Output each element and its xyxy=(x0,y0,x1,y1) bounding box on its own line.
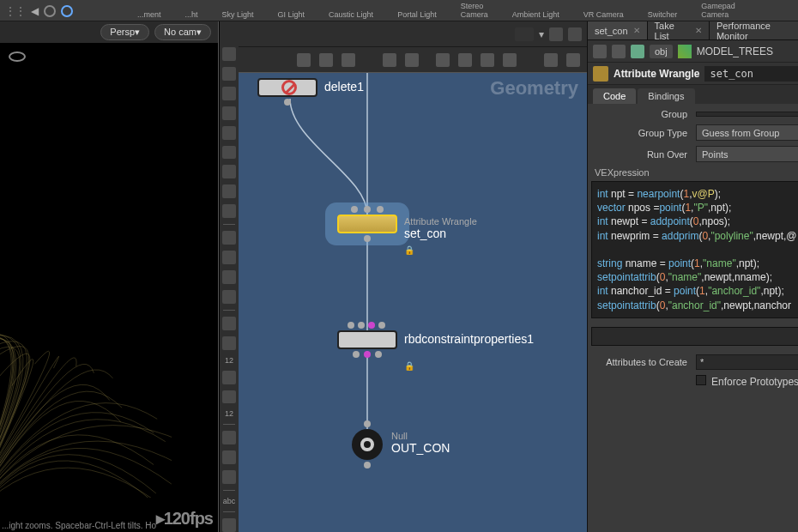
delete-icon xyxy=(281,80,297,95)
tab-label: Take List xyxy=(655,21,690,41)
node-set-con[interactable]: Attribute Wrangle set_con 🔒 xyxy=(337,215,397,233)
parm-tab[interactable]: Bindings xyxy=(638,88,694,104)
zoom-icon[interactable] xyxy=(544,53,558,67)
attrs-input[interactable]: * xyxy=(696,354,798,370)
tool-abc[interactable]: abc xyxy=(223,497,236,505)
shelf-item[interactable]: Ambient Light xyxy=(512,10,559,19)
tool-select-icon[interactable] xyxy=(222,47,236,61)
tool-dot-icon[interactable] xyxy=(222,106,236,120)
runover-select[interactable]: Points xyxy=(696,146,798,162)
lock-icon: 🔒 xyxy=(404,245,414,255)
grid1-icon[interactable] xyxy=(383,53,396,67)
tool-12[interactable]: 12 xyxy=(225,356,233,365)
close-icon[interactable]: ✕ xyxy=(695,26,702,35)
shelf-item-label: Portal Light xyxy=(397,10,437,19)
node-out-con[interactable]: Null OUT_CON xyxy=(352,429,383,460)
shelf-item[interactable]: ...ht xyxy=(185,10,198,19)
tree-icon xyxy=(678,45,692,58)
lock-icon: 🔒 xyxy=(404,361,414,371)
list-icon[interactable] xyxy=(319,53,333,67)
tool-brush-icon[interactable] xyxy=(222,231,236,245)
shelf-item[interactable]: Portal Light xyxy=(397,10,437,19)
vex-run-bar[interactable] xyxy=(591,327,798,346)
viewport-pane[interactable]: Persp▾ No cam▾ ...ight zooms. Spacebar-C… xyxy=(0,21,219,532)
tool-img-icon[interactable] xyxy=(222,518,236,532)
tool-cam2-icon[interactable] xyxy=(222,204,236,218)
node-label: delete1 xyxy=(324,80,364,94)
tool-pen-icon[interactable] xyxy=(222,270,236,284)
tool-ruler2-icon[interactable] xyxy=(222,390,236,404)
persp-menu[interactable]: Persp▾ xyxy=(100,24,149,40)
back-icon[interactable] xyxy=(593,45,607,58)
node-rbdconstraint[interactable]: rbdconstraintproperties1 🔒 xyxy=(337,330,397,349)
shelf-item[interactable]: ...ment xyxy=(137,10,161,19)
find-icon[interactable] xyxy=(568,27,582,41)
grid2-icon[interactable] xyxy=(405,53,419,67)
tool-clean2-icon[interactable] xyxy=(222,371,236,384)
runover-label: Run Over xyxy=(591,149,696,160)
shelf-item[interactable]: StereoCamera xyxy=(461,2,488,19)
tool-pen2-icon[interactable] xyxy=(222,290,236,304)
tool-t1-icon[interactable] xyxy=(222,431,236,444)
enforce-checkbox[interactable] xyxy=(696,375,706,385)
tool-point-icon[interactable] xyxy=(222,165,236,178)
shelf-item-label: GI Light xyxy=(278,10,305,19)
pane-tab[interactable]: Performance Monitor✕ xyxy=(710,21,798,39)
pin-icon[interactable] xyxy=(549,27,563,41)
image-icon[interactable] xyxy=(481,53,494,67)
tool-ruler-icon[interactable] xyxy=(222,336,236,350)
back-icon[interactable]: ◀ xyxy=(31,5,39,17)
home-icon[interactable] xyxy=(631,45,644,58)
path-node[interactable]: MODEL_TREES xyxy=(697,45,773,57)
color-icon[interactable] xyxy=(503,53,517,67)
node-delete1[interactable]: delete1 xyxy=(257,78,317,97)
path-obj[interactable]: obj xyxy=(650,45,673,58)
expand-icon[interactable] xyxy=(566,53,580,67)
shelf-item-label: StereoCamera xyxy=(461,2,488,19)
parm-tab[interactable]: Code xyxy=(593,88,636,104)
tool-12[interactable]: 12 xyxy=(225,409,233,418)
pane-tab[interactable]: Take List✕ xyxy=(648,21,710,39)
snap1-icon[interactable] xyxy=(436,53,450,67)
tool-lock-icon[interactable] xyxy=(222,67,236,81)
pane-tab[interactable]: set_con✕ xyxy=(588,21,648,39)
network-path-bar: ▾ xyxy=(220,21,587,47)
shelf-item[interactable]: GI Light xyxy=(278,10,305,19)
shelf-handle-icon[interactable]: ⋮⋮ xyxy=(5,5,26,17)
group-input[interactable] xyxy=(696,112,798,117)
tool-light2-icon[interactable] xyxy=(222,146,236,160)
shelf-item[interactable]: Caustic Light xyxy=(329,10,373,19)
shelf-item[interactable]: VR Camera xyxy=(583,10,624,19)
operator-name-field[interactable]: set_con xyxy=(704,66,798,82)
circle-icon[interactable] xyxy=(44,5,56,17)
network-opt-icon[interactable] xyxy=(515,27,534,41)
shelf-item[interactable]: Switcher xyxy=(648,10,678,19)
tool-light-icon[interactable] xyxy=(222,126,236,140)
close-icon[interactable]: ✕ xyxy=(633,26,640,35)
sheet-icon[interactable] xyxy=(342,53,355,67)
shelf-item[interactable]: GamepadCamera xyxy=(701,2,735,19)
shelf-item-label: Ambient Light xyxy=(512,10,559,19)
node-name-label: set_con xyxy=(404,227,446,240)
tool-cam-icon[interactable] xyxy=(222,184,236,198)
tool-t2-icon[interactable] xyxy=(222,450,236,464)
network-pane[interactable]: ▾ 1212abc Geometry xyxy=(219,21,587,532)
shelf-item-label: VR Camera xyxy=(583,10,624,19)
tool-knife-icon[interactable] xyxy=(222,251,236,264)
tool-clean-icon[interactable] xyxy=(222,317,236,330)
fwd-icon[interactable] xyxy=(612,45,626,58)
parm-path-bar: obj MODEL_TREES xyxy=(588,40,798,63)
node-type-label: Attribute Wrangle xyxy=(404,216,477,227)
tool-t3-icon[interactable] xyxy=(222,470,236,484)
globe-icon[interactable] xyxy=(61,5,73,17)
shelf-item-label: ...ht xyxy=(185,10,198,19)
wrench-icon[interactable] xyxy=(297,53,311,67)
shelf-item[interactable]: Sky Light xyxy=(222,10,254,19)
vex-code-editor[interactable]: int npt = nearpoint(1,v@P); vector npos … xyxy=(591,181,798,318)
shelf-item-label: ...ment xyxy=(137,10,161,19)
operator-type: Attribute Wrangle xyxy=(614,68,699,80)
snap2-icon[interactable] xyxy=(458,53,472,67)
camera-menu[interactable]: No cam▾ xyxy=(154,24,211,40)
tool-view-icon[interactable] xyxy=(222,87,236,100)
grouptype-select[interactable]: Guess from Group xyxy=(696,124,798,141)
